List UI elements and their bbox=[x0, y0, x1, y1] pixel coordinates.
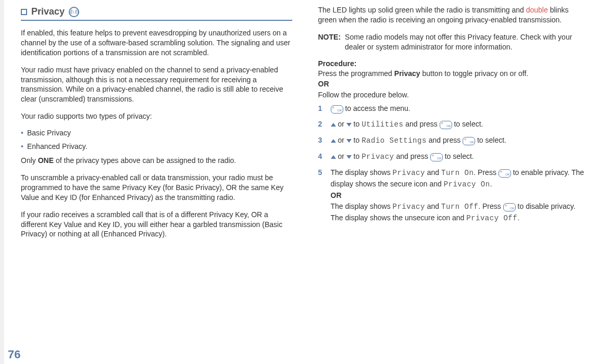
up-arrow-icon bbox=[331, 139, 336, 143]
intro-paragraph-2: Your radio must have privacy enabled on … bbox=[21, 65, 292, 105]
step-number: 4 bbox=[318, 151, 325, 162]
note-text: Some radio models may not offer this Pri… bbox=[345, 32, 589, 52]
procedure-or: OR bbox=[318, 79, 590, 89]
menu-radio-settings: Radio Settings bbox=[362, 136, 427, 145]
page-number: 76 bbox=[8, 348, 20, 361]
ok-button-icon bbox=[430, 153, 443, 161]
wrong-key-paragraph: If your radio receives a scrambled call … bbox=[21, 210, 292, 240]
down-arrow-icon bbox=[346, 155, 352, 159]
note-label: NOTE: bbox=[318, 32, 341, 52]
step-number: 5 bbox=[318, 167, 325, 224]
menu-privacy: Privacy bbox=[362, 153, 394, 161]
step-number: 3 bbox=[318, 135, 325, 146]
menu-utilities: Utilities bbox=[362, 120, 403, 129]
procedure-follow: Follow the procedure below. bbox=[318, 90, 590, 100]
left-column: Privacy ⫛⫛ If enabled, this feature help… bbox=[21, 5, 292, 246]
step-number: 1 bbox=[318, 103, 325, 114]
section-title: Privacy bbox=[31, 6, 65, 17]
note-block: NOTE: Some radio models may not offer th… bbox=[318, 32, 590, 52]
intro-paragraph-3: Your radio supports two types of privacy… bbox=[21, 111, 292, 121]
procedure-intro: Press the programmed Privacy button to t… bbox=[318, 69, 590, 79]
step-1: 1 to access the menu. bbox=[318, 103, 590, 114]
section-bullet-icon bbox=[21, 9, 27, 15]
section-title-row: Privacy ⫛⫛ bbox=[21, 6, 292, 18]
title-underline bbox=[21, 20, 292, 21]
procedure-steps: 1 to access the menu. 2 or to Utilities … bbox=[318, 103, 590, 224]
ok-button-icon bbox=[331, 105, 343, 114]
step-number: 2 bbox=[318, 119, 325, 130]
list-item: Enhanced Privacy. bbox=[21, 142, 292, 150]
ok-button-icon bbox=[503, 203, 516, 211]
right-column: The LED lights up solid green while the … bbox=[318, 5, 590, 246]
down-arrow-icon bbox=[346, 139, 352, 143]
intro-paragraph-1: If enabled, this feature helps to preven… bbox=[21, 28, 292, 58]
ok-button-icon bbox=[499, 169, 511, 178]
led-paragraph: The LED lights up solid green while the … bbox=[318, 5, 590, 25]
list-item: Basic Privacy bbox=[21, 129, 292, 137]
down-arrow-icon bbox=[346, 123, 352, 127]
page-container: Privacy ⫛⫛ If enabled, this feature help… bbox=[21, 5, 589, 246]
side-tab bbox=[0, 0, 4, 364]
ok-button-icon bbox=[463, 137, 475, 145]
step-2: 2 or to Utilities and press to select. bbox=[318, 119, 590, 130]
unscramble-paragraph: To unscramble a privacy-enabled call or … bbox=[21, 173, 292, 203]
step-5: 5 The display shows Privacy and Turn On.… bbox=[318, 167, 590, 224]
ok-button-icon bbox=[440, 121, 452, 129]
step-3: 3 or to Radio Settings and press to sele… bbox=[318, 135, 590, 146]
one-type-paragraph: Only ONE of the privacy types above can … bbox=[21, 156, 292, 166]
step-or: OR bbox=[331, 191, 342, 199]
privacy-types-list: Basic Privacy Enhanced Privacy. bbox=[21, 129, 292, 150]
up-arrow-icon bbox=[331, 123, 336, 127]
step-4: 4 or to Privacy and press to select. bbox=[318, 151, 590, 162]
double-highlight: double bbox=[526, 6, 548, 14]
procedure-heading: Procedure: bbox=[318, 59, 590, 68]
privacy-feature-icon: ⫛⫛ bbox=[69, 7, 79, 17]
up-arrow-icon bbox=[331, 155, 336, 159]
